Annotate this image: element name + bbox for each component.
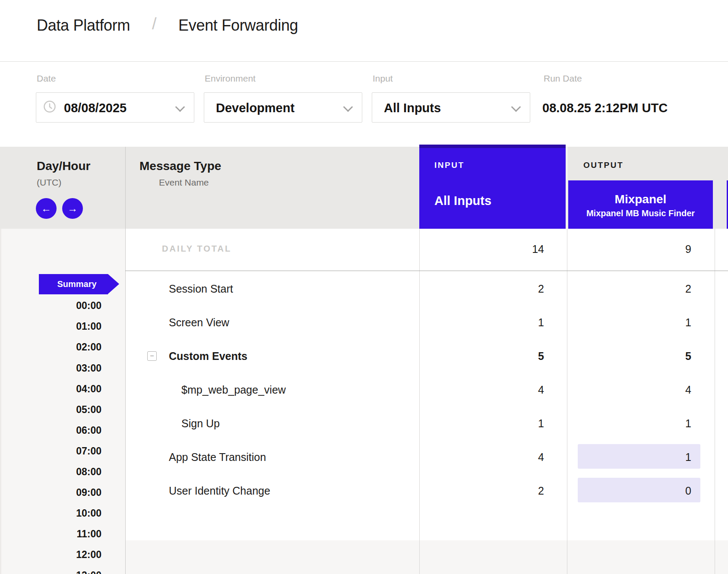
hour-item-09[interactable]: 09:00	[37, 486, 101, 498]
row-output-value: 1	[579, 451, 691, 464]
hour-item-11[interactable]: 11:00	[37, 528, 101, 540]
daily-total-input-value: 14	[432, 243, 544, 255]
input-select-value: All Inputs	[384, 101, 441, 115]
day-hour-column-title: Day/Hour	[37, 159, 90, 173]
summary-tab-pointer	[108, 274, 119, 294]
table-footer-area	[125, 540, 728, 574]
column-gap	[566, 147, 568, 229]
clock-icon	[43, 100, 56, 113]
input-section-header: INPUT	[434, 160, 465, 170]
breadcrumb-separator: /	[152, 15, 157, 33]
arrow-right-icon: →	[67, 203, 78, 214]
collapse-minus-icon[interactable]: −	[147, 351, 157, 361]
hour-item-02[interactable]: 02:00	[37, 341, 101, 353]
header-divider	[0, 61, 728, 62]
day-hour-column-subtitle: (UTC)	[37, 177, 61, 188]
run-date-label: Run Date	[544, 73, 582, 84]
row-label-screen-view: Screen View	[169, 316, 229, 329]
input-column-name: All Inputs	[434, 193, 491, 208]
row-input-value: 2	[432, 282, 544, 295]
grid-line	[715, 229, 715, 574]
next-day-button[interactable]: →	[62, 198, 83, 219]
row-output-value: 4	[579, 383, 691, 396]
row-input-value: 4	[432, 451, 544, 464]
row-input-value: 1	[432, 316, 544, 329]
row-label-user-identity-change: User Identity Change	[169, 484, 270, 497]
event-forwarding-page: Data Platform / Event Forwarding Date En…	[0, 0, 728, 574]
output-section-header: OUTPUT	[583, 160, 624, 170]
row-label-mp-web-page-view: $mp_web_page_view	[181, 383, 286, 396]
hour-item-00[interactable]: 00:00	[37, 300, 101, 312]
row-output-value: 1	[579, 316, 691, 329]
row-output-value: 2	[579, 282, 691, 295]
row-output-value: 5	[579, 350, 691, 363]
row-output-value: 0	[579, 484, 691, 497]
minus-glyph: −	[150, 353, 154, 360]
summary-tab[interactable]: Summary	[39, 274, 108, 294]
output-column-header[interactable]: Mixpanel Mixpanel MB Music Finder	[568, 180, 713, 229]
hour-item-05[interactable]: 05:00	[37, 404, 101, 416]
summary-tab-label: Summary	[57, 279, 96, 289]
hour-item-06[interactable]: 06:00	[37, 424, 101, 436]
hour-item-10[interactable]: 10:00	[37, 507, 101, 519]
row-input-value: 2	[432, 484, 544, 497]
hour-item-08[interactable]: 08:00	[37, 466, 101, 478]
row-input-value: 1	[432, 417, 544, 430]
input-filter-label: Input	[373, 73, 393, 84]
hour-item-07[interactable]: 07:00	[37, 445, 101, 457]
hour-item-12[interactable]: 12:00	[37, 549, 101, 561]
previous-day-button[interactable]: ←	[36, 198, 57, 219]
output-column-name: Mixpanel	[568, 192, 713, 207]
page-title: Event Forwarding	[178, 16, 298, 35]
row-label-custom-events: Custom Events	[169, 350, 247, 363]
row-label-session-start: Session Start	[169, 282, 233, 295]
arrow-left-icon: ←	[41, 203, 51, 214]
input-column-accent-strip	[419, 145, 566, 148]
daily-total-label: DAILY TOTAL	[162, 244, 231, 254]
message-type-column-subtitle: Event Name	[159, 177, 209, 188]
input-column-header[interactable]	[419, 145, 566, 229]
message-type-column-title: Message Type	[139, 159, 221, 173]
breadcrumb-parent[interactable]: Data Platform	[37, 16, 130, 35]
row-output-value: 1	[579, 417, 691, 430]
environment-filter-label: Environment	[205, 73, 256, 84]
row-label-app-state-transition: App State Transition	[169, 451, 266, 464]
grid-line	[419, 229, 420, 574]
row-input-value: 5	[432, 350, 544, 363]
hour-item-03[interactable]: 03:00	[37, 362, 101, 374]
row-input-value: 4	[432, 383, 544, 396]
row-label-sign-up: Sign Up	[181, 417, 220, 430]
output-column-subtitle: Mixpanel MB Music Finder	[568, 208, 713, 219]
environment-select-value: Development	[216, 101, 294, 115]
date-filter-label: Date	[37, 73, 56, 84]
hour-item-13[interactable]: 13:00	[37, 569, 101, 574]
grid-line	[125, 147, 126, 574]
hour-item-04[interactable]: 04:00	[37, 383, 101, 395]
grid-line	[567, 229, 567, 574]
daily-total-output-value: 9	[579, 243, 691, 255]
daily-total-divider	[125, 271, 728, 271]
run-date-value: 08.08.25 2:12PM UTC	[542, 101, 668, 115]
date-select-value: 08/08/2025	[64, 101, 127, 115]
hour-item-01[interactable]: 01:00	[37, 320, 101, 332]
